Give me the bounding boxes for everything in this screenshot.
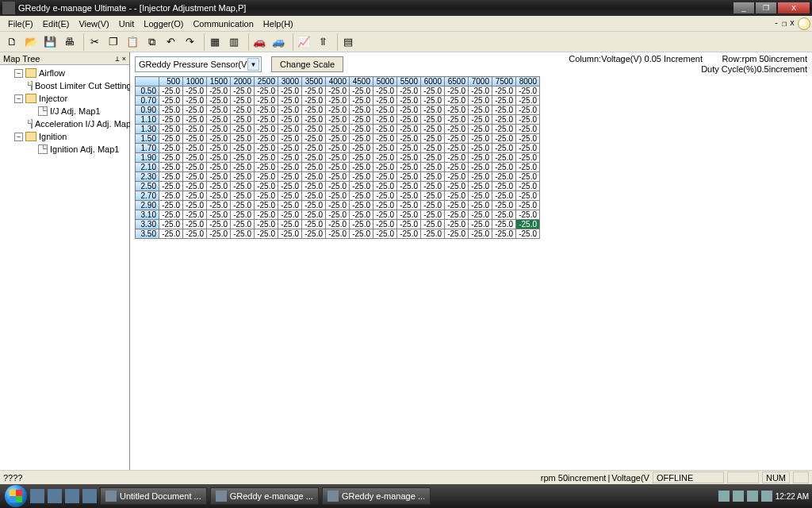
grid-cell[interactable]: -25.0 (445, 201, 469, 210)
grid-cell[interactable]: -25.0 (326, 87, 350, 96)
grid-cell[interactable]: -25.0 (183, 220, 207, 229)
grid-cell[interactable]: -25.0 (397, 153, 421, 163)
undo-icon[interactable]: ↶ (162, 33, 179, 51)
grid-cell[interactable]: -25.0 (326, 115, 350, 125)
grid-cell[interactable]: -25.0 (159, 134, 183, 144)
grid-cell[interactable]: -25.0 (159, 182, 183, 191)
grid-cell[interactable]: -25.0 (445, 172, 469, 182)
grid-cell[interactable]: -25.0 (326, 172, 350, 182)
adjustment-map-grid[interactable]: 5001000150020002500300035004000450050005… (135, 76, 540, 239)
grid-cell[interactable]: -25.0 (421, 106, 445, 115)
grid-cell[interactable]: -25.0 (397, 210, 421, 220)
grid-cell[interactable]: -25.0 (469, 191, 492, 201)
grid-cell[interactable]: -25.0 (492, 229, 516, 239)
grid-cell[interactable]: -25.0 (278, 106, 302, 115)
grid-cell[interactable]: -25.0 (350, 134, 373, 144)
grid-cell[interactable]: -25.0 (183, 153, 207, 163)
sensor-combobox[interactable]: GReddy Pressure Sensor(V ▼ (135, 56, 262, 72)
tree-node-injector[interactable]: − Injector (0, 92, 129, 105)
grid-cell[interactable]: -25.0 (350, 87, 373, 96)
grid-cell[interactable]: -25.0 (492, 106, 516, 115)
grid-cell[interactable]: -25.0 (516, 201, 540, 210)
grid-col-header[interactable]: 1000 (183, 77, 207, 87)
pick-icon[interactable]: ⥣ (314, 33, 331, 51)
grid-row-header[interactable]: 2.70 (136, 191, 159, 201)
grid-cell[interactable]: -25.0 (302, 182, 326, 191)
grid-cell[interactable]: -25.0 (421, 229, 445, 239)
grid-cell[interactable]: -25.0 (183, 106, 207, 115)
grid-cell[interactable]: -25.0 (255, 210, 278, 220)
grid-cell[interactable]: -25.0 (397, 144, 421, 153)
grid-cell[interactable]: -25.0 (492, 134, 516, 144)
grid-row-header[interactable]: 3.30 (136, 220, 159, 229)
grid-cell[interactable]: -25.0 (397, 220, 421, 229)
grid-cell[interactable]: -25.0 (492, 172, 516, 182)
grid-cell[interactable]: -25.0 (207, 172, 231, 182)
grid-cell[interactable]: -25.0 (207, 220, 231, 229)
tree-leaf-accel-ij[interactable]: Acceleration I/J Adj. Map (0, 117, 129, 130)
grid-cell[interactable]: -25.0 (255, 201, 278, 210)
menu-file[interactable]: File(F) (3, 17, 38, 30)
grid-cell[interactable]: -25.0 (373, 144, 397, 153)
menu-view[interactable]: View(V) (74, 17, 113, 30)
grid-cell[interactable]: -25.0 (159, 125, 183, 134)
close-button[interactable]: X (778, 2, 810, 13)
grid-cell[interactable]: -25.0 (231, 191, 255, 201)
grid-cell[interactable]: -25.0 (516, 134, 540, 144)
grid-cell[interactable]: -25.0 (373, 220, 397, 229)
grid-cell[interactable]: -25.0 (445, 182, 469, 191)
grid-cell[interactable]: -25.0 (445, 144, 469, 153)
grid-cell[interactable]: -25.0 (231, 201, 255, 210)
grid-cell[interactable]: -25.0 (397, 106, 421, 115)
grid-cell[interactable]: -25.0 (469, 182, 492, 191)
mdi-restore-button[interactable]: ❐ (782, 19, 787, 29)
grid-cell[interactable]: -25.0 (278, 220, 302, 229)
graph-icon[interactable]: 📈 (295, 33, 312, 51)
grid-cell[interactable]: -25.0 (445, 96, 469, 106)
grid-cell[interactable]: -25.0 (492, 144, 516, 153)
grid-cell[interactable]: -25.0 (516, 87, 540, 96)
grid-cell[interactable]: -25.0 (445, 125, 469, 134)
grid-cell[interactable]: -25.0 (397, 115, 421, 125)
grid-cell[interactable]: -25.0 (255, 153, 278, 163)
grid-cell[interactable]: -25.0 (207, 87, 231, 96)
grid-cell[interactable]: -25.0 (397, 229, 421, 239)
grid-view-icon[interactable]: ▦ (206, 33, 224, 51)
taskbar-button[interactable]: GReddy e-manage ... (322, 487, 431, 505)
grid-cell[interactable]: -25.0 (492, 191, 516, 201)
grid-cell[interactable]: -25.0 (183, 229, 207, 239)
copy-icon[interactable]: ❐ (105, 33, 122, 51)
grid-cell[interactable]: -25.0 (207, 163, 231, 172)
collapse-icon[interactable]: − (14, 94, 23, 103)
grid-cell[interactable]: -25.0 (350, 229, 373, 239)
grid-cell[interactable]: -25.0 (421, 210, 445, 220)
tray-icon[interactable] (733, 491, 744, 502)
redo-icon[interactable]: ↷ (181, 33, 198, 51)
grid-col-header[interactable]: 2000 (231, 77, 255, 87)
grid-cell[interactable]: -25.0 (350, 115, 373, 125)
tree-leaf-ij-map1[interactable]: I/J Adj. Map1 (0, 105, 129, 117)
grid-cell[interactable]: -25.0 (302, 134, 326, 144)
grid-cell[interactable]: -25.0 (255, 106, 278, 115)
grid-cell[interactable]: -25.0 (445, 163, 469, 172)
grid-cell[interactable]: -25.0 (350, 220, 373, 229)
vehicle2-icon[interactable]: 🚙 (270, 33, 287, 51)
grid-cell[interactable]: -25.0 (255, 182, 278, 191)
grid-cell[interactable]: -25.0 (492, 210, 516, 220)
grid-cell[interactable]: -25.0 (159, 210, 183, 220)
grid-row-header[interactable]: 1.70 (136, 144, 159, 153)
grid-col-header[interactable]: 6500 (445, 77, 469, 87)
grid-cell[interactable]: -25.0 (231, 220, 255, 229)
grid-cell[interactable]: -25.0 (492, 125, 516, 134)
grid-cell[interactable]: -25.0 (302, 144, 326, 153)
grid-cell[interactable]: -25.0 (302, 115, 326, 125)
grid-cell[interactable]: -25.0 (469, 106, 492, 115)
paste-special-icon[interactable]: ⧉ (143, 33, 160, 51)
grid-cell[interactable]: -25.0 (255, 220, 278, 229)
grid-cell[interactable]: -25.0 (350, 153, 373, 163)
grid-row-header[interactable]: 1.90 (136, 153, 159, 163)
grid-cell[interactable]: -25.0 (231, 229, 255, 239)
grid-cell[interactable]: -25.0 (469, 115, 492, 125)
grid-cell[interactable]: -25.0 (397, 125, 421, 134)
grid-cell[interactable]: -25.0 (445, 134, 469, 144)
